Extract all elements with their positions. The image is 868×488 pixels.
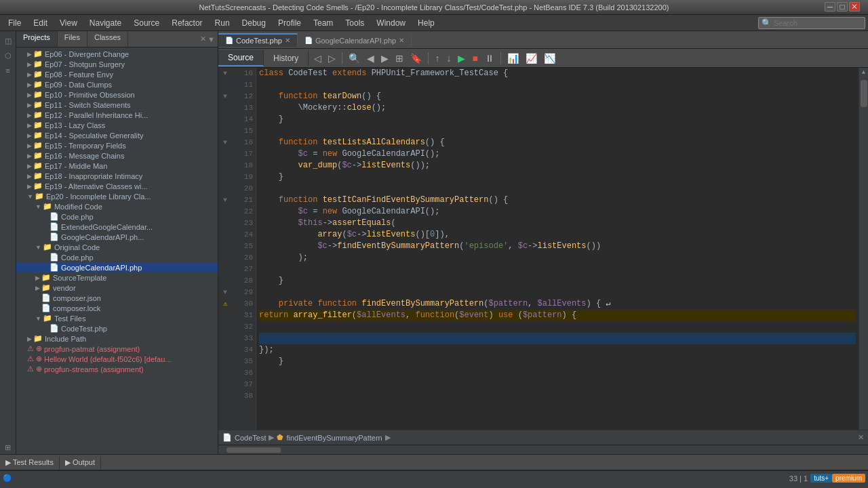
tree-item-code-php-orig[interactable]: ▶📄Code.php: [16, 252, 218, 262]
menu-navigate[interactable]: Navigate: [84, 17, 127, 29]
tree-item-ep16[interactable]: ▶📁Ep16 - Message Chains: [16, 150, 218, 161]
tree-item-modified[interactable]: ▼📁Modified Code: [16, 201, 218, 211]
tree-item-ep11[interactable]: ▶📁Ep11 - Switch Statements: [16, 100, 218, 110]
sidebar-icon-palette[interactable]: ⊞: [1, 441, 15, 454]
tab-classes[interactable]: Classes: [87, 31, 128, 47]
tree-item-codetest-php[interactable]: ▶📄CodeTest.php: [16, 323, 218, 333]
btn-pause[interactable]: ⏸: [482, 52, 497, 65]
btn-prev-bookmark[interactable]: ↑: [432, 52, 442, 65]
menu-run[interactable]: Run: [210, 17, 235, 29]
horizontal-scrollbar[interactable]: [218, 445, 868, 454]
vertical-scrollbar[interactable]: ▲: [859, 68, 868, 430]
tab-output[interactable]: ▶ Output: [60, 456, 101, 469]
minimize-button[interactable]: ─: [825, 2, 835, 12]
menu-team[interactable]: Team: [308, 17, 338, 29]
btn-back[interactable]: ◁: [311, 52, 324, 65]
menu-window[interactable]: Window: [371, 17, 411, 29]
tab-googlecal-close[interactable]: ✕: [399, 37, 404, 44]
tab-codetest[interactable]: 📄 CodeTest.php ✕: [218, 33, 298, 47]
btn-chart3[interactable]: 📉: [541, 52, 558, 65]
tree-item-composer-json[interactable]: ▶📄composer.json: [16, 293, 218, 303]
tree-item-ep06[interactable]: ▶📁Ep06 - Divergent Change: [16, 49, 218, 59]
tree-item-ep19[interactable]: ▶📁Ep19 - Alternative Classes wi...: [16, 181, 218, 191]
btn-find-next[interactable]: ▶: [378, 52, 391, 65]
code-line-34: });: [259, 344, 856, 356]
tree-item-ep20[interactable]: ▼📁Ep20 - Incomplete Library Cla...: [16, 191, 218, 201]
tree-item-task2[interactable]: ⚠⊕Hellow World (default-f502c6) [defau..…: [16, 354, 218, 364]
btn-forward[interactable]: ▷: [326, 52, 338, 65]
tree-item-ep13[interactable]: ▶📁Ep13 - Lazy Class: [16, 120, 218, 130]
tree-item-ep12[interactable]: ▶📁Ep12 - Parallel Inheritance Hi...: [16, 110, 218, 120]
search-input[interactable]: [774, 19, 862, 27]
btn-toggle[interactable]: ⊞: [393, 52, 406, 65]
breadcrumb-arrow2: ▶: [385, 433, 391, 442]
tree-item-composer-lock[interactable]: ▶📄composer.lock: [16, 303, 218, 313]
tree-item-google-api-orig[interactable]: ▶📄GoogleCalendarAPI.php: [16, 262, 218, 272]
menu-source[interactable]: Source: [128, 17, 165, 29]
tab-projects[interactable]: Projects: [16, 31, 58, 47]
tree-item-ep08[interactable]: ▶📁Ep08 - Feature Envy: [16, 69, 218, 79]
sidebar-icon-projects[interactable]: ◫: [1, 34, 15, 47]
breadcrumb-close[interactable]: ✕: [858, 433, 864, 442]
menu-debug[interactable]: Debug: [237, 17, 271, 29]
tab-codetest-close[interactable]: ✕: [285, 37, 290, 44]
menu-tools[interactable]: Tools: [340, 17, 370, 29]
tree-item-ep17[interactable]: ▶📁Ep17 - Middle Man: [16, 161, 218, 171]
btn-run[interactable]: ▶: [455, 52, 468, 65]
tree-item-ep15[interactable]: ▶📁Ep15 - Temporary Fields: [16, 140, 218, 150]
menu-profile[interactable]: Profile: [273, 17, 307, 29]
panel-menu-icon[interactable]: ▼: [208, 35, 215, 43]
tab-test-results[interactable]: ▶ Test Results: [0, 456, 60, 469]
tree-item-task1[interactable]: ⚠⊕progfun-patmat (assignment): [16, 344, 218, 354]
maximize-button[interactable]: □: [837, 2, 848, 12]
tree-item-extended-google[interactable]: ▶📄ExtendedGoogleCalendar...: [16, 222, 218, 232]
panel-close-icon[interactable]: ✕: [200, 35, 206, 43]
tree-item-vendor[interactable]: ▶📁vendor: [16, 283, 218, 293]
btn-stop[interactable]: ■: [469, 52, 480, 65]
history-tab[interactable]: History: [264, 51, 309, 66]
tree-item-ep09[interactable]: ▶📁Ep09 - Data Clumps: [16, 79, 218, 89]
tab-files[interactable]: Files: [58, 31, 87, 47]
menu-file[interactable]: File: [3, 17, 26, 29]
tree-item-ep07[interactable]: ▶📁Ep07 - Shotgun Surgery: [16, 59, 218, 69]
title-bar: NetTutsScreencasts - Detecting Code Smel…: [0, 0, 868, 15]
tree-item-include-path[interactable]: ▶📁Include Path: [16, 333, 218, 344]
btn-find[interactable]: 🔍: [346, 52, 363, 65]
code-line-33[interactable]: [259, 333, 856, 344]
code-area[interactable]: ▼ ▼ ▼ ▼ ▼ ⚠: [218, 68, 868, 430]
code-line-13: \Mockery::close();: [259, 102, 856, 114]
btn-chart1[interactable]: 📊: [505, 52, 521, 65]
tree-item-google-api-mod[interactable]: ▶📄GoogleCalendarAPI.ph...: [16, 232, 218, 242]
file-tree-panel: Projects Files Classes ✕ ▼ ▶📁Ep06 - Dive…: [16, 31, 218, 454]
menu-edit[interactable]: Edit: [28, 17, 53, 29]
tab-googlecal[interactable]: 📄 GoogleCalendarAPI.php ✕: [298, 33, 412, 47]
tree-item-original[interactable]: ▼📁Original Code: [16, 242, 218, 252]
menu-help[interactable]: Help: [412, 17, 440, 29]
hscroll-thumb[interactable]: [226, 447, 281, 453]
btn-chart2[interactable]: 📈: [523, 52, 540, 65]
tab-googlecal-label: GoogleCalendarAPI.php: [315, 37, 396, 45]
test-results-label: Test Results: [13, 458, 54, 466]
close-button[interactable]: ✕: [849, 2, 860, 12]
sidebar-icon-nav[interactable]: ⬡: [1, 49, 15, 62]
tree-item-code-php-mod[interactable]: ▶📄Code.php: [16, 211, 218, 222]
tree-item-source-template[interactable]: ▶📁SourceTemplate: [16, 272, 218, 283]
tree-item-ep10[interactable]: ▶📁Ep10 - Primitive Obsession: [16, 89, 218, 100]
editor-panel: 📄 CodeTest.php ✕ 📄 GoogleCalendarAPI.php…: [218, 31, 868, 454]
menu-view[interactable]: View: [54, 17, 83, 29]
tree-item-ep18[interactable]: ▶📁Ep18 - Inappropriate Intimacy: [16, 171, 218, 181]
btn-next-bookmark[interactable]: ↓: [443, 52, 454, 65]
source-tab[interactable]: Source: [218, 50, 264, 66]
breadcrumb-class[interactable]: CodeTest: [235, 434, 266, 442]
tree-item-ep14[interactable]: ▶📁Ep14 - Speculative Generality: [16, 130, 218, 140]
btn-find-prev[interactable]: ◀: [364, 52, 377, 65]
breadcrumb-method[interactable]: findEventBySummaryPattern: [286, 434, 382, 442]
menu-refactor[interactable]: Refactor: [166, 17, 208, 29]
tree-item-test-files[interactable]: ▼📁Test Files: [16, 313, 218, 323]
scroll-up[interactable]: ▲: [861, 68, 867, 77]
sidebar-icon-tasks[interactable]: ≡: [1, 64, 15, 77]
scroll-thumb[interactable]: [861, 80, 867, 107]
btn-bookmark[interactable]: 🔖: [408, 52, 425, 65]
tree-item-task3[interactable]: ⚠⊕progfun-streams (assignment): [16, 364, 218, 374]
code-content[interactable]: class CodeTest extends PHPUnit_Framework…: [256, 68, 859, 430]
